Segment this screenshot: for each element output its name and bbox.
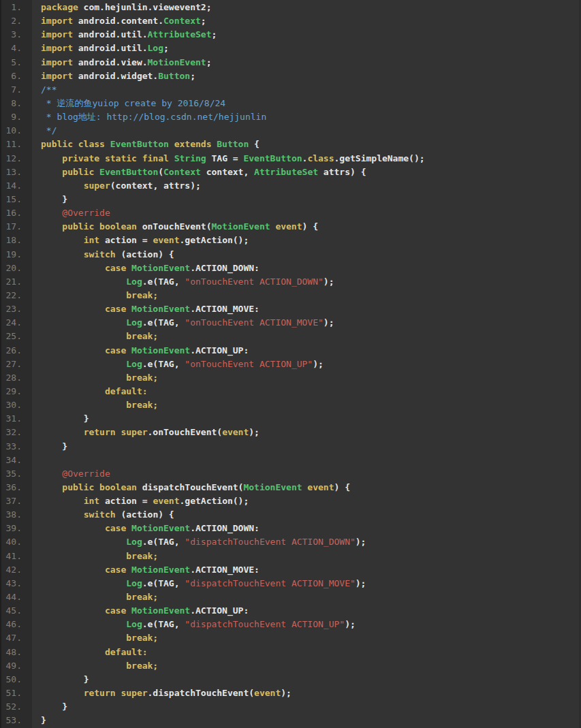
code-token: ; xyxy=(190,71,195,81)
code-token: case xyxy=(105,523,126,533)
code-token: MotionEvent xyxy=(131,605,190,616)
code-line: 24. Log.e(TAG, "onTouchEvent ACTION_MOVE… xyxy=(0,316,579,330)
code-token: android.util. xyxy=(73,29,148,39)
code-token: ); xyxy=(324,276,334,287)
line-number: 45. xyxy=(0,604,32,618)
code-line-content: import android.widget.Button; xyxy=(32,69,579,83)
line-number: 14. xyxy=(0,179,32,193)
code-token: Context xyxy=(163,167,201,177)
code-token: import xyxy=(41,71,73,81)
line-number: 48. xyxy=(0,646,32,659)
code-token: ; xyxy=(163,43,169,53)
code-token: switch xyxy=(84,249,116,259)
code-token: break; xyxy=(126,592,158,602)
code-line: 13. public EventButton(Context context, … xyxy=(0,165,579,179)
code-token: import xyxy=(41,29,73,39)
code-token: */ xyxy=(41,125,57,136)
code-lines-container: 1.package com.hejunlin.viewevent2;2.impo… xyxy=(0,0,579,727)
code-token: import xyxy=(41,43,73,53)
code-line: 22. break; xyxy=(0,289,579,302)
code-line: 49. break; xyxy=(0,659,579,673)
code-token: /** xyxy=(41,84,57,95)
code-token: @Override xyxy=(62,208,110,218)
code-token: event xyxy=(254,688,281,698)
code-token: Log xyxy=(126,317,142,328)
line-number: 17. xyxy=(0,220,32,234)
code-line-content: } xyxy=(32,193,579,206)
line-number: 42. xyxy=(0,563,32,577)
line-number: 9. xyxy=(0,110,32,124)
code-line-content: import android.util.AttributeSet; xyxy=(32,28,579,42)
code-line-content: * 逆流的鱼yuiop create by 2016/8/24 xyxy=(32,97,579,110)
line-number: 47. xyxy=(0,631,32,645)
line-number: 36. xyxy=(0,481,32,494)
code-token: "onTouchEvent ACTION_MOVE" xyxy=(185,317,324,328)
code-token xyxy=(126,304,131,314)
code-token: MotionEvent xyxy=(131,523,190,533)
code-line-content: int action = event.getAction(); xyxy=(32,234,579,247)
code-token: Log xyxy=(148,43,163,53)
code-token: MotionEvent xyxy=(131,345,190,355)
code-token xyxy=(94,167,99,177)
code-token: } xyxy=(62,194,67,204)
line-number: 1. xyxy=(0,1,32,14)
line-number: 40. xyxy=(0,535,32,549)
code-line: 51. return super.dispatchTouchEvent(even… xyxy=(0,686,579,700)
code-token: int xyxy=(84,235,99,245)
code-token: } xyxy=(84,674,89,684)
code-token: } xyxy=(84,413,89,424)
code-line: 42. case MotionEvent.ACTION_MOVE: xyxy=(0,563,579,577)
code-line-content: return super.dispatchTouchEvent(event); xyxy=(32,686,579,700)
code-token: attrs) { xyxy=(318,167,366,177)
code-line-content: switch (action) { xyxy=(32,508,579,522)
code-token: event xyxy=(307,482,334,492)
code-line: 35. @Override xyxy=(0,467,579,481)
code-line: 6.import android.widget.Button; xyxy=(0,69,579,83)
code-token: (action) { xyxy=(116,249,174,259)
code-token: break; xyxy=(126,331,158,341)
code-line: 38. switch (action) { xyxy=(0,508,579,522)
code-line-content: Log.e(TAG, "dispatchTouchEvent ACTION_UP… xyxy=(32,618,579,631)
code-line: 48. default: xyxy=(0,646,579,659)
code-token: "dispatchTouchEvent ACTION_DOWN" xyxy=(185,537,355,547)
code-line: 34. xyxy=(0,454,579,467)
line-number: 8. xyxy=(0,97,32,110)
line-number: 38. xyxy=(0,508,32,522)
line-number: 11. xyxy=(0,138,32,151)
code-token: { xyxy=(249,139,260,149)
code-token: .e(TAG, xyxy=(142,619,185,629)
code-token: event xyxy=(275,221,302,232)
line-number: 34. xyxy=(0,454,32,467)
code-line: 7./** xyxy=(0,83,579,97)
line-number: 35. xyxy=(0,467,32,481)
line-number: 2. xyxy=(0,14,32,28)
code-token xyxy=(126,605,131,616)
line-number: 41. xyxy=(0,550,32,563)
code-token: (action) { xyxy=(116,509,174,520)
code-line-content: break; xyxy=(32,371,579,385)
code-line: 11.public class EventButton extends Butt… xyxy=(0,138,579,151)
code-line-content: import android.view.MotionEvent; xyxy=(32,56,579,69)
code-token: onTouchEvent( xyxy=(137,221,212,232)
code-token: "dispatchTouchEvent ACTION_MOVE" xyxy=(185,578,355,588)
code-token: EventButton xyxy=(243,153,302,163)
code-line: 30. break; xyxy=(0,398,579,412)
code-line: 36. public boolean dispatchTouchEvent(Mo… xyxy=(0,481,579,494)
line-number: 5. xyxy=(0,56,32,69)
code-line-content: case MotionEvent.ACTION_UP: xyxy=(32,344,579,358)
code-line: 16. @Override xyxy=(0,206,579,220)
code-line-content: return super.onTouchEvent(event); xyxy=(32,426,579,439)
line-number: 19. xyxy=(0,248,32,262)
code-token: ); xyxy=(281,688,292,698)
code-editor: 1.package com.hejunlin.viewevent2;2.impo… xyxy=(0,0,581,728)
code-line: 27. Log.e(TAG, "onTouchEvent ACTION_UP")… xyxy=(0,358,579,371)
code-token: import xyxy=(41,16,73,26)
code-line-content: break; xyxy=(32,330,579,343)
line-number: 13. xyxy=(0,165,32,179)
line-number: 3. xyxy=(0,28,32,42)
code-line-content: } xyxy=(32,673,579,686)
line-number: 28. xyxy=(0,371,32,385)
code-line-content: @Override xyxy=(32,206,579,220)
code-line-content: /** xyxy=(32,83,579,97)
code-line-content: case MotionEvent.ACTION_MOVE: xyxy=(32,302,579,316)
